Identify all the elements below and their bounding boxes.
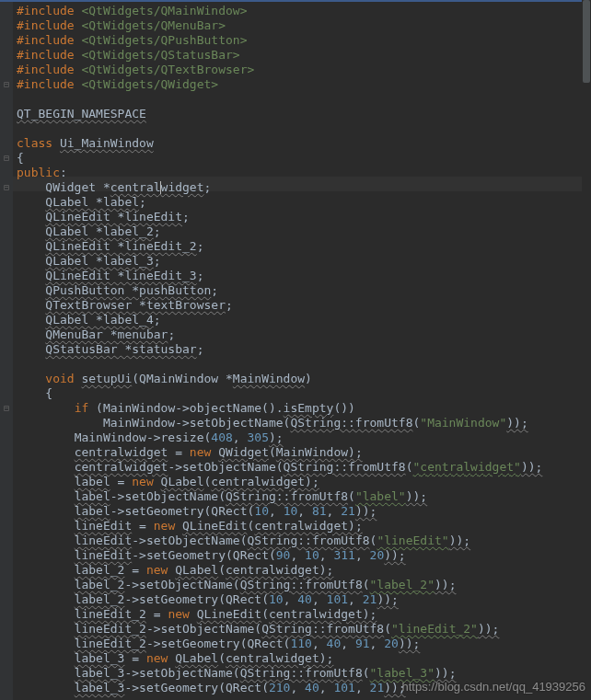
gutter-fold-mark[interactable] — [0, 622, 13, 637]
gutter-fold-mark[interactable] — [0, 48, 13, 63]
gutter-fold-mark[interactable] — [0, 313, 13, 327]
gutter-fold-mark[interactable] — [0, 460, 13, 475]
gutter-fold-mark[interactable] — [0, 651, 13, 666]
code-line[interactable]: { — [17, 151, 591, 166]
code-line[interactable]: lineEdit = new QLineEdit(centralwidget); — [17, 519, 591, 534]
code-line[interactable]: #include <QtWidgets/QMainWindow> — [17, 4, 591, 18]
code-line[interactable]: lineEdit_2->setObjectName(QString::fromU… — [17, 622, 591, 637]
code-line[interactable]: label->setObjectName(QString::fromUtf8("… — [17, 489, 591, 504]
code-token: ->setObjectName( — [132, 534, 247, 547]
code-line[interactable]: label_3 = new QLabel(centralwidget); — [17, 651, 591, 666]
code-line[interactable]: public: — [17, 166, 591, 180]
gutter-fold-mark[interactable] — [0, 430, 13, 445]
gutter-fold-mark[interactable] — [0, 416, 13, 430]
code-line[interactable]: label_2->setGeometry(QRect(10, 40, 101, … — [17, 592, 591, 607]
code-line[interactable]: QLabel *label_2; — [17, 224, 591, 239]
code-line[interactable]: MainWindow->setObjectName(QString::fromU… — [17, 416, 591, 430]
gutter-fold-mark[interactable] — [0, 342, 13, 357]
code-line[interactable]: #include <QtWidgets/QPushButton> — [17, 33, 591, 48]
gutter-fold-mark[interactable]: ⊟ — [0, 180, 13, 195]
code-line[interactable]: QPushButton *pushButton; — [17, 283, 591, 298]
gutter-fold-mark[interactable] — [0, 92, 13, 107]
code-line[interactable]: QTextBrowser *textBrowser; — [17, 298, 591, 313]
gutter-fold-mark[interactable] — [0, 489, 13, 504]
gutter-fold-mark[interactable] — [0, 563, 13, 578]
gutter-fold-mark[interactable] — [0, 504, 13, 519]
code-line[interactable]: QLineEdit *lineEdit_2; — [17, 239, 591, 254]
code-line[interactable]: lineEdit_2 = new QLineEdit(centralwidget… — [17, 607, 591, 622]
code-line[interactable]: MainWindow->resize(408, 305); — [17, 430, 591, 445]
code-line[interactable]: QLineEdit *lineEdit; — [17, 210, 591, 224]
gutter-fold-mark[interactable] — [0, 666, 13, 681]
gutter-fold-mark[interactable]: ⊟ — [0, 151, 13, 166]
code-line[interactable]: QLabel *label; — [17, 195, 591, 210]
gutter-fold-mark[interactable] — [0, 607, 13, 622]
code-line[interactable] — [17, 92, 591, 107]
code-line[interactable]: QStatusBar *statusbar; — [17, 342, 591, 357]
gutter-fold-mark[interactable] — [0, 327, 13, 342]
gutter-fold-mark[interactable] — [0, 592, 13, 607]
code-line[interactable]: label = new QLabel(centralwidget); — [17, 475, 591, 489]
gutter-fold-mark[interactable] — [0, 210, 13, 224]
code-line[interactable]: label_3->setObjectName(QString::fromUtf8… — [17, 666, 591, 681]
code-line[interactable]: lineEdit->setObjectName(QString::fromUtf… — [17, 534, 591, 548]
code-token: ->setGeometry(QRect( — [110, 504, 255, 518]
gutter-fold-mark[interactable] — [0, 224, 13, 239]
gutter-fold-mark[interactable] — [0, 548, 13, 563]
gutter-fold-mark[interactable] — [0, 445, 13, 460]
code-line[interactable]: QLabel *label_4; — [17, 313, 591, 327]
code-editor[interactable]: ⊟⊟⊟⊟ #include <QtWidgets/QMainWindow>#in… — [0, 0, 591, 700]
gutter-fold-mark[interactable]: ⊟ — [0, 401, 13, 416]
gutter-fold-mark[interactable] — [0, 475, 13, 489]
gutter-fold-mark[interactable] — [0, 121, 13, 136]
gutter-fold-mark[interactable] — [0, 4, 13, 18]
code-line[interactable]: class Ui_MainWindow — [17, 136, 591, 151]
code-line[interactable] — [17, 357, 591, 372]
gutter-fold-mark[interactable] — [0, 239, 13, 254]
code-line[interactable]: #include <QtWidgets/QMenuBar> — [17, 18, 591, 33]
gutter-fold-mark[interactable] — [0, 63, 13, 77]
gutter-fold-mark[interactable]: ⊟ — [0, 77, 13, 92]
gutter-fold-mark[interactable] — [0, 578, 13, 592]
code-line[interactable]: #include <QtWidgets/QStatusBar> — [17, 48, 591, 63]
code-line[interactable] — [17, 121, 591, 136]
code-line[interactable]: if (MainWindow->objectName().isEmpty()) — [17, 401, 591, 416]
code-line[interactable]: #include <QtWidgets/QWidget> — [17, 77, 591, 92]
gutter-fold-mark[interactable] — [0, 357, 13, 372]
gutter-fold-mark[interactable] — [0, 166, 13, 180]
gutter-fold-mark[interactable] — [0, 195, 13, 210]
code-line[interactable]: #include <QtWidgets/QTextBrowser> — [17, 63, 591, 77]
code-line[interactable]: QT_BEGIN_NAMESPACE — [17, 107, 591, 121]
code-line[interactable]: QWidget *centralwidget; — [17, 180, 591, 195]
code-line[interactable]: centralwidget = new QWidget(MainWindow); — [17, 445, 591, 460]
code-line[interactable]: lineEdit_2->setGeometry(QRect(110, 40, 9… — [17, 637, 591, 651]
gutter-fold-mark[interactable] — [0, 372, 13, 386]
code-line[interactable]: QLineEdit *lineEdit_3; — [17, 269, 591, 283]
gutter-fold-mark[interactable] — [0, 298, 13, 313]
code-line[interactable]: label_2->setObjectName(QString::fromUtf8… — [17, 578, 591, 592]
gutter-fold-mark[interactable] — [0, 681, 13, 695]
gutter-fold-mark[interactable] — [0, 283, 13, 298]
code-line[interactable]: QLabel *label_3; — [17, 254, 591, 269]
code-token: "label" — [355, 489, 406, 503]
gutter-fold-mark[interactable] — [0, 386, 13, 401]
gutter-fold-mark[interactable] — [0, 33, 13, 48]
gutter-fold-mark[interactable] — [0, 18, 13, 33]
code-token: new — [190, 445, 218, 459]
code-line[interactable]: void setupUi(QMainWindow *MainWindow) — [17, 372, 591, 386]
gutter-fold-mark[interactable] — [0, 519, 13, 534]
code-token: )); — [449, 534, 470, 547]
code-line[interactable]: { — [17, 386, 591, 401]
code-line[interactable]: label_2 = new QLabel(centralwidget); — [17, 563, 591, 578]
gutter-fold-mark[interactable] — [0, 136, 13, 151]
code-line[interactable]: centralwidget->setObjectName(QString::fr… — [17, 460, 591, 475]
code-area[interactable]: #include <QtWidgets/QMainWindow>#include… — [13, 0, 591, 700]
code-line[interactable]: lineEdit->setGeometry(QRect(90, 10, 311,… — [17, 548, 591, 563]
code-line[interactable]: QMenuBar *menubar; — [17, 327, 591, 342]
gutter-fold-mark[interactable] — [0, 534, 13, 548]
gutter-fold-mark[interactable] — [0, 254, 13, 269]
gutter-fold-mark[interactable] — [0, 637, 13, 651]
gutter-fold-mark[interactable] — [0, 269, 13, 283]
code-line[interactable]: label->setGeometry(QRect(10, 10, 81, 21)… — [17, 504, 591, 519]
gutter-fold-mark[interactable] — [0, 107, 13, 121]
